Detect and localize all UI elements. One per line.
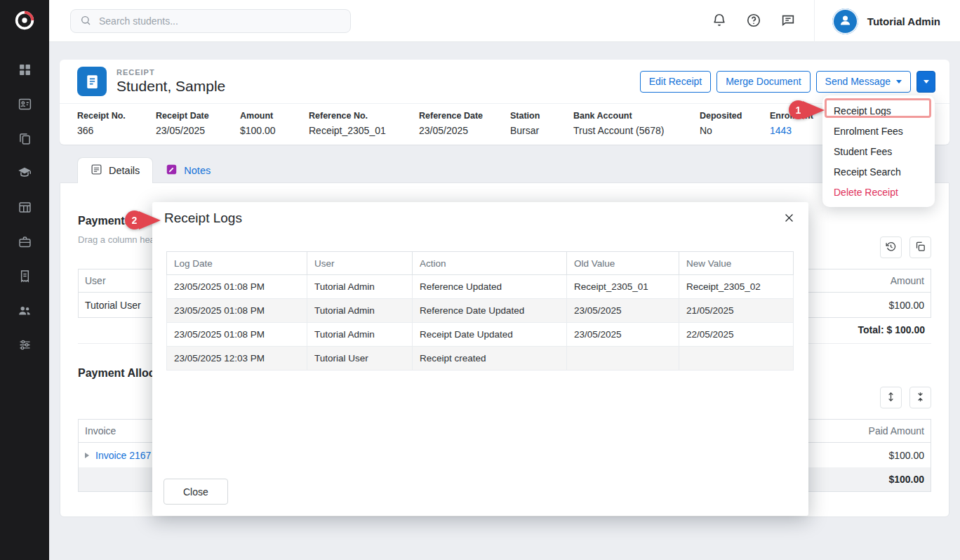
annotation-badge-1: 1: [789, 100, 808, 119]
record-type-label: RECEIPT: [116, 68, 640, 76]
caret-down-icon: [896, 80, 902, 84]
annotation-step-2: 2: [125, 211, 161, 229]
chat-icon: [780, 13, 796, 30]
help-button[interactable]: [745, 13, 762, 29]
avatar: [832, 8, 858, 34]
sidebar-item-tables[interactable]: [0, 191, 49, 225]
edit-receipt-button[interactable]: Edit Receipt: [640, 71, 711, 93]
invoice-link[interactable]: Invoice 2167: [95, 450, 151, 461]
field-deposited: DepositedNo: [700, 111, 770, 136]
sidebar-nav: [0, 42, 49, 363]
bell-icon: [712, 13, 727, 30]
receipt-actions: Edit Receipt Merge Document Send Message: [640, 71, 935, 93]
documents-icon: [18, 131, 32, 148]
receipt-actions-menu: Receipt Logs Enrolment Fees Student Fees…: [822, 95, 935, 207]
menu-item-delete-receipt[interactable]: Delete Receipt: [822, 182, 935, 202]
menu-item-receipt-logs[interactable]: Receipt Logs: [822, 100, 935, 121]
receipt-logs-modal: Receipt Logs Log Date User Action Old Va…: [152, 202, 808, 516]
person-icon: [838, 13, 853, 29]
column-header-new-value[interactable]: New Value: [679, 252, 794, 275]
receipt-icon: [18, 269, 32, 286]
more-actions-dropdown-button[interactable]: [916, 71, 935, 93]
row-expand-icon[interactable]: [85, 453, 89, 458]
caret-down-icon: [924, 80, 929, 84]
expand-all-button[interactable]: [880, 387, 902, 408]
send-message-button[interactable]: Send Message: [816, 71, 911, 93]
topbar-divider: [814, 0, 815, 42]
history-button[interactable]: [880, 236, 902, 258]
sidebar-item-courses[interactable]: [0, 156, 49, 191]
topbar: Tutorial Admin: [49, 0, 960, 42]
table-icon: [18, 200, 32, 217]
modal-title: Receipt Logs: [164, 211, 242, 226]
receipt-doc-icon: [77, 67, 107, 96]
tab-details[interactable]: Details: [77, 157, 153, 183]
search-input[interactable]: [98, 15, 341, 27]
sidebar-item-users[interactable]: [0, 294, 49, 328]
copy-grid-button[interactable]: [909, 236, 931, 258]
menu-item-enrolment-fees[interactable]: Enrolment Fees: [822, 121, 935, 141]
sidebar: [0, 0, 49, 560]
search-box: [70, 9, 351, 33]
sidebar-item-receipts[interactable]: [0, 260, 49, 294]
column-header-action[interactable]: Action: [413, 252, 567, 275]
search-icon: [80, 15, 91, 28]
history-icon: [885, 241, 897, 255]
column-header-old-value[interactable]: Old Value: [567, 252, 679, 275]
help-icon: [746, 13, 761, 30]
log-row: 23/05/2025 01:08 PMTutorial AdminReceipt…: [167, 323, 794, 347]
menu-item-student-fees[interactable]: Student Fees: [822, 141, 935, 161]
details-icon: [91, 164, 102, 178]
sidebar-item-briefcase[interactable]: [0, 225, 49, 260]
payments-heading: Payments: [78, 215, 131, 227]
modal-close-footer-button[interactable]: Close: [164, 479, 228, 505]
menu-item-receipt-search[interactable]: Receipt Search: [822, 161, 935, 182]
sliders-icon: [18, 338, 32, 354]
log-row: 23/05/2025 01:08 PMTutorial AdminReferen…: [167, 299, 794, 323]
sidebar-item-documents[interactable]: [0, 122, 49, 156]
contacts-icon: [18, 97, 32, 114]
collapse-all-button[interactable]: [909, 387, 931, 408]
app-logo[interactable]: [0, 0, 49, 42]
people-icon: [17, 302, 32, 320]
field-reference-no: Reference No.Receipt_2305_01: [309, 111, 419, 136]
field-receipt-date: Receipt Date23/05/2025: [156, 111, 240, 136]
sidebar-item-settings[interactable]: [0, 328, 49, 363]
expand-rows-icon: [885, 391, 897, 405]
user-name: Tutorial Admin: [867, 15, 940, 27]
log-row: 23/05/2025 01:08 PMTutorial AdminReferen…: [167, 275, 794, 299]
chat-button[interactable]: [780, 13, 796, 29]
briefcase-icon: [18, 234, 32, 251]
annotation-step-1: 1: [789, 100, 825, 119]
dashboard-icon: [18, 62, 32, 79]
copy-icon: [914, 241, 926, 255]
sidebar-item-contacts[interactable]: [0, 88, 49, 122]
log-table-header: Log Date User Action Old Value New Value: [167, 252, 794, 275]
notes-icon: [166, 164, 178, 178]
field-reference-date: Reference Date23/05/2025: [419, 111, 510, 136]
tab-notes[interactable]: Notes: [153, 157, 223, 183]
logo-icon: [13, 8, 36, 34]
merge-document-button[interactable]: Merge Document: [716, 71, 810, 93]
receipt-logs-table: Log Date User Action Old Value New Value…: [166, 251, 794, 371]
field-amount: Amount$100.00: [240, 111, 309, 136]
annotation-badge-2: 2: [125, 211, 144, 229]
modal-close-button[interactable]: [780, 211, 797, 227]
page-title: Student, Sample: [116, 78, 640, 95]
field-station: StationBursar: [510, 111, 573, 136]
sidebar-item-dashboard[interactable]: [0, 53, 49, 88]
close-icon: [783, 212, 795, 226]
notifications-button[interactable]: [711, 13, 728, 29]
tab-strip: Details Notes: [60, 157, 949, 183]
profile-menu[interactable]: Tutorial Admin: [832, 8, 940, 34]
column-header-user[interactable]: User: [307, 252, 413, 275]
topbar-right: Tutorial Admin: [711, 0, 960, 42]
column-header-log-date[interactable]: Log Date: [167, 252, 307, 275]
log-row: 23/05/2025 12:03 PMTutorial UserReceipt …: [167, 347, 794, 371]
field-bank-account: Bank AccountTrust Account (5678): [573, 111, 700, 136]
collapse-rows-icon: [914, 391, 926, 405]
graduation-cap-icon: [17, 165, 32, 182]
field-receipt-no: Receipt No.366: [77, 111, 156, 136]
